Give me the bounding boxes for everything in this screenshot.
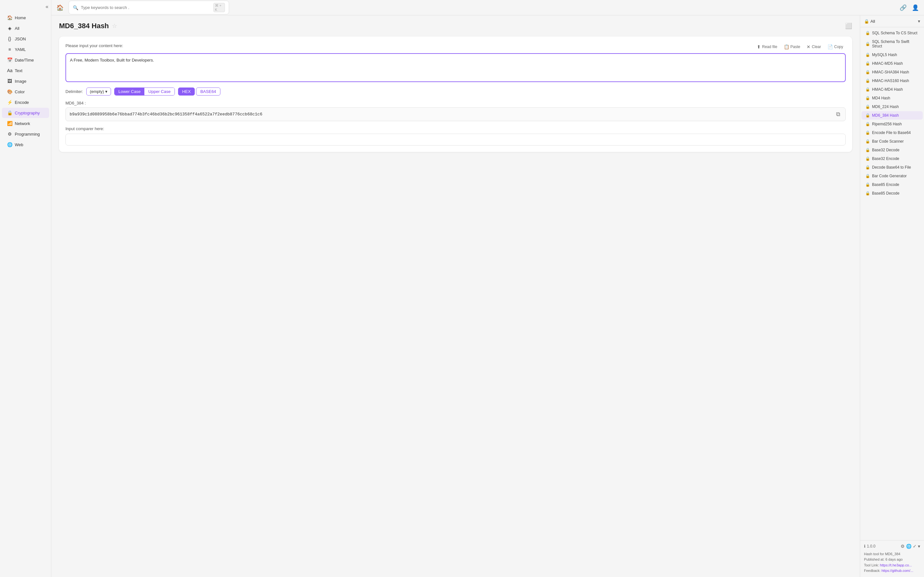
panel-item-md6-224[interactable]: 🔒MD6_224 Hash (861, 103, 923, 111)
read-file-label: Read file (762, 45, 777, 49)
panel-icon-sql-swift: 🔒 (865, 42, 870, 46)
sidebar-icon-json: {} (7, 36, 12, 41)
panel-icon-md4: 🔒 (865, 96, 870, 100)
sidebar-label-image: Image (15, 79, 26, 84)
panel-label-base32-decode: Base32 Decode (872, 148, 899, 152)
sidebar-item-color[interactable]: 🎨Color (2, 87, 49, 97)
sidebar-item-json[interactable]: {}JSON (2, 34, 49, 44)
search-input[interactable] (81, 5, 211, 10)
panel-item-hmac-sha384[interactable]: 🔒HMAC-SHA384 Hash (861, 68, 923, 76)
sidebar-icon-network: 📶 (7, 121, 12, 126)
sidebar-item-yaml[interactable]: ≡YAML (2, 44, 49, 55)
sidebar-item-text[interactable]: AaText (2, 65, 49, 76)
chevron-down-icon: ▾ (105, 89, 107, 94)
panel-label-sql-cs: SQL Schema To CS Struct (872, 31, 917, 35)
header: 🏠 🔍 ⌘ + K 🔗 👤 (51, 0, 924, 15)
panel-item-decode-base64-file[interactable]: 🔒Decode Base64 to File (861, 163, 923, 171)
all-filter-button[interactable]: 🔒 All (864, 19, 875, 24)
read-file-button[interactable]: ⬆ Read file (754, 43, 780, 51)
expand-icon[interactable]: ▾ (918, 544, 920, 549)
check-icon[interactable]: ✓ (913, 544, 917, 549)
collapse-icon[interactable]: « (45, 4, 48, 10)
sidebar-icon-datetime: 📅 (7, 57, 12, 63)
page-title: MD6_384 Hash (59, 22, 109, 30)
globe-icon[interactable]: 🌐 (906, 544, 911, 549)
panel-list: 🔒SQL Schema To CS Struct🔒SQL Schema To S… (860, 27, 924, 540)
feedback-link[interactable]: https://github.com/... (881, 569, 913, 572)
panel-item-md6-384[interactable]: 🔒MD6_384 Hash (861, 111, 923, 119)
sidebar-item-network[interactable]: 📶Network (2, 118, 49, 129)
sidebar-label-text: Text (15, 68, 23, 73)
output-value: b9a939c1d0889958b6e76bbad774b3fc46bd36b2… (69, 112, 835, 117)
comparer-input[interactable] (65, 134, 846, 145)
copy-output-button[interactable]: ⧉ (835, 111, 842, 118)
panel-label-encode-base64: Encode File to Base64 (872, 131, 911, 135)
panel-icon-md6-224: 🔒 (865, 105, 870, 109)
settings-icon[interactable]: ⚙ (901, 544, 905, 549)
text-input[interactable] (65, 53, 846, 82)
sidebar-item-encode[interactable]: ⚡Encode (2, 97, 49, 107)
sidebar-item-cryptography[interactable]: 🔒Cryptography (2, 108, 49, 118)
filter-chevron-icon[interactable]: ▾ (918, 19, 920, 24)
copy-button[interactable]: 📄 Copy (825, 43, 846, 51)
upper-case-button[interactable]: Upper Case (144, 88, 174, 95)
sidebar-item-all[interactable]: ◈All (2, 23, 49, 33)
sidebar-label-all: All (15, 26, 19, 31)
panel-icon-hmac-has160: 🔒 (865, 79, 870, 83)
panel-item-barcode-gen[interactable]: 🔒Bar Code Generator (861, 172, 923, 180)
panel-icon-base85-encode: 🔒 (865, 182, 870, 187)
panel-item-base85-decode[interactable]: 🔒Base85 Decode (861, 189, 923, 197)
tool-card: Please input your content here: ⬆ Read f… (59, 37, 852, 152)
sidebar-item-datetime[interactable]: 📅Date/Time (2, 55, 49, 65)
panel-item-hmac-md5[interactable]: 🔒HMAC-MD5 Hash (861, 59, 923, 68)
panel-item-mysql5[interactable]: 🔒MySQL5 Hash (861, 51, 923, 59)
panel-label-hmac-sha384: HMAC-SHA384 Hash (872, 70, 909, 74)
panel-item-base32-encode[interactable]: 🔒Base32 Encode (861, 155, 923, 163)
panel-icon-encode-base64: 🔒 (865, 131, 870, 135)
all-label: All (871, 19, 875, 24)
sidebar-label-web: Web (15, 142, 23, 147)
tool-header: MD6_384 Hash ☆ ⬜ (59, 22, 852, 30)
clear-button[interactable]: ✕ Clear (804, 43, 824, 51)
panel-item-base32-decode[interactable]: 🔒Base32 Decode (861, 146, 923, 154)
sidebar-item-image[interactable]: 🖼Image (2, 76, 49, 86)
panel-item-ripemd256[interactable]: 🔒Ripemd256 Hash (861, 120, 923, 128)
sidebar-item-web[interactable]: 🌐Web (2, 139, 49, 150)
panel-label-md6-224: MD6_224 Hash (872, 105, 899, 109)
delimiter-row: Delimiter: (empty) ▾ Lower Case Upper Ca… (65, 87, 846, 95)
lower-case-button[interactable]: Lower Case (115, 88, 144, 95)
sidebar-icon-web: 🌐 (7, 142, 12, 147)
panel-icon-ripemd256: 🔒 (865, 122, 870, 126)
hex-button[interactable]: HEX (178, 87, 195, 95)
panel-label-mysql5: MySQL5 Hash (872, 53, 897, 57)
panel-item-hmac-has160[interactable]: 🔒HMAC-HAS160 Hash (861, 77, 923, 85)
panel-label-md4: MD4 Hash (872, 96, 890, 100)
paste-button[interactable]: 📋 Paste (781, 43, 803, 51)
layout-toggle-button[interactable]: ⬜ (845, 23, 852, 29)
home-button[interactable]: 🏠 (55, 3, 65, 13)
sidebar-item-home[interactable]: 🏠Home (2, 13, 49, 23)
panel-item-barcode-scanner[interactable]: 🔒Bar Code Scanner (861, 137, 923, 145)
case-group: Lower Case Upper Case (114, 87, 175, 95)
sidebar-icon-color: 🎨 (7, 89, 12, 94)
delimiter-select[interactable]: (empty) ▾ (86, 87, 111, 95)
share-button[interactable]: 🔗 (898, 3, 908, 13)
footer-info: Hash tool for MD6_384 Published at: 6 da… (864, 551, 920, 574)
panel-icon-hmac-sha384: 🔒 (865, 70, 870, 74)
sidebar-collapse-btn[interactable]: « (0, 3, 51, 12)
input-action-buttons: ⬆ Read file 📋 Paste ✕ Clear 📄 (754, 43, 846, 51)
panel-item-hmac-md4[interactable]: 🔒HMAC-MD4 Hash (861, 85, 923, 93)
panel-item-base85-encode[interactable]: 🔒Base85 Encode (861, 181, 923, 189)
profile-button[interactable]: 👤 (911, 3, 920, 13)
tool-link[interactable]: https://t.he3app.co... (880, 563, 912, 567)
panel-item-encode-base64[interactable]: 🔒Encode File to Base64 (861, 129, 923, 137)
panel-item-md4[interactable]: 🔒MD4 Hash (861, 94, 923, 102)
sidebar-item-programming[interactable]: ⚙Programming (2, 129, 49, 139)
sidebar-label-cryptography: Cryptography (15, 111, 40, 115)
panel-item-sql-cs[interactable]: 🔒SQL Schema To CS Struct (861, 29, 923, 37)
base64-button[interactable]: BASE64 (196, 87, 220, 95)
delimiter-label: Delimiter: (65, 89, 83, 94)
panel-item-sql-swift[interactable]: 🔒SQL Schema To Swift Struct (861, 37, 923, 50)
favorite-button[interactable]: ☆ (112, 23, 117, 29)
sidebar-icon-text: Aa (7, 68, 12, 73)
